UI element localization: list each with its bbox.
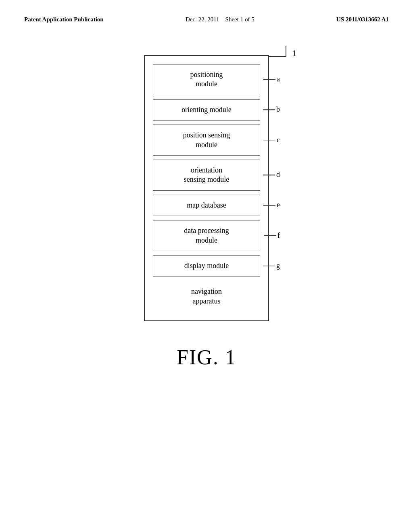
letter-a: a (277, 75, 280, 84)
orientation-sensing-module-text: orientationsensing module (184, 166, 229, 183)
label-g: g (263, 261, 280, 270)
label-c: c (263, 135, 280, 145)
letter-g: g (276, 261, 280, 270)
figure-label: FIG. 1 (0, 345, 413, 369)
position-sensing-module-box: position sensingmodule c (153, 125, 260, 156)
display-module-box: display module g (153, 255, 260, 276)
outer-container: 1 positioningmodule a orienting module b… (144, 55, 269, 321)
side-line-f (264, 235, 276, 236)
map-database-text: map database (187, 201, 226, 209)
side-line-b (263, 110, 275, 110)
bracket-line (268, 56, 286, 57)
label-e: e (263, 201, 280, 210)
publication-title: Patent Application Publication (24, 16, 104, 23)
orientation-sensing-module-box: orientationsensing module d (153, 160, 260, 191)
patent-number: US 2011/0313662 A1 (336, 16, 389, 23)
label-b: b (263, 105, 280, 114)
side-line-e (263, 205, 275, 206)
date: Dec. 22, 2011 (186, 16, 219, 23)
letter-f: f (277, 231, 280, 240)
label-a: a (263, 75, 280, 84)
orienting-module-box: orienting module b (153, 99, 260, 121)
diagram-area: 1 positioningmodule a orienting module b… (0, 31, 413, 321)
header-center: Dec. 22, 2011 Sheet 1 of 5 (186, 16, 254, 23)
letter-e: e (277, 201, 280, 210)
side-line-a (263, 79, 275, 80)
side-line-d (263, 175, 275, 176)
outer-label: 1 (292, 48, 296, 58)
nav-apparatus-text: navigationapparatus (191, 287, 222, 305)
header-right: US 2011/0313662 A1 (336, 16, 389, 23)
label-d: d (263, 170, 280, 180)
figure-label-text: FIG. 1 (177, 346, 236, 369)
header-left: Patent Application Publication (24, 16, 104, 23)
label-f: f (264, 231, 280, 240)
page-header: Patent Application Publication Dec. 22, … (0, 0, 413, 31)
display-module-text: display module (184, 262, 229, 270)
orienting-module-text: orienting module (181, 106, 231, 114)
position-sensing-module-text: position sensingmodule (183, 131, 230, 148)
map-database-box: map database e (153, 195, 260, 216)
sheet-info: Sheet 1 of 5 (225, 16, 254, 23)
side-line-c (263, 140, 275, 141)
data-processing-module-box: data processingmodule f (153, 220, 260, 251)
positioning-module-box: positioningmodule a (153, 64, 260, 95)
letter-d: d (276, 170, 280, 180)
navigation-apparatus-label: navigationapparatus (153, 281, 260, 312)
side-line-g (263, 266, 275, 266)
data-processing-module-text: data processingmodule (184, 227, 229, 244)
letter-c: c (277, 135, 280, 145)
positioning-module-text: positioningmodule (190, 71, 223, 88)
letter-b: b (276, 105, 280, 114)
